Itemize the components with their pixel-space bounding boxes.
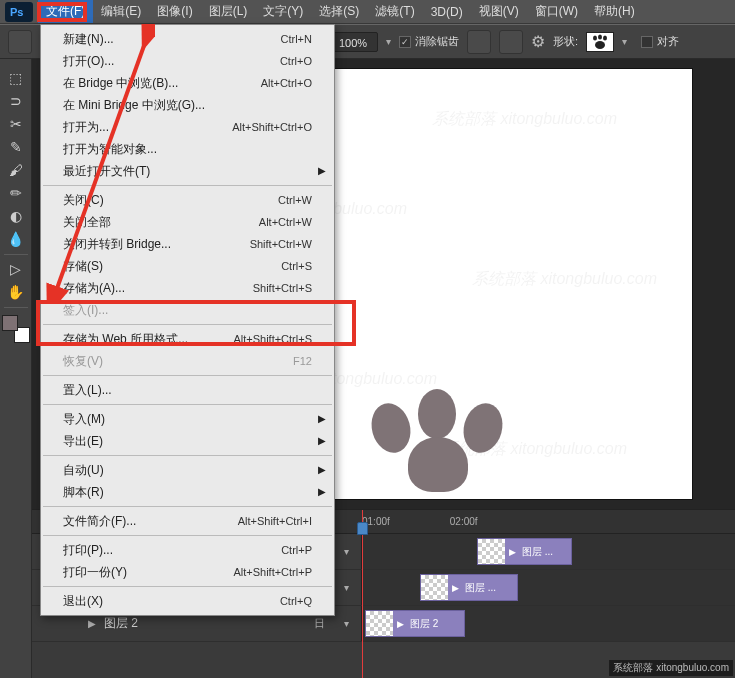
antialias-checkbox[interactable]: ✓消除锯齿: [399, 34, 459, 49]
menu-view[interactable]: 视图(V): [471, 0, 527, 23]
align-btn-2[interactable]: [499, 30, 523, 54]
marquee-tool-icon[interactable]: ⬚: [3, 67, 29, 89]
menu-item-label: 打印(P)...: [63, 541, 113, 559]
menu-separator: [43, 404, 332, 405]
fg-bg-swatch[interactable]: [2, 315, 30, 343]
fx-dropdown-icon[interactable]: ▾: [344, 618, 349, 629]
align-checkbox[interactable]: 对齐: [641, 34, 679, 49]
timeline-track[interactable]: ▶图层 ...: [362, 534, 735, 569]
menu-item[interactable]: 存储为 Web 所用格式...Alt+Shift+Ctrl+S: [41, 328, 334, 350]
clip-label: 图层 2: [404, 617, 438, 631]
submenu-arrow-icon: ▶: [318, 432, 326, 450]
play-icon: ▶: [448, 583, 459, 593]
svg-line-6: [55, 29, 150, 294]
annotation-arrow-icon: [45, 24, 155, 304]
menu-layer[interactable]: 图层(L): [201, 0, 256, 23]
playhead-handle-icon[interactable]: [357, 522, 368, 535]
svg-point-4: [603, 35, 607, 40]
menu-item: 恢复(V)F12: [41, 350, 334, 372]
eyedropper-tool-icon[interactable]: ✎: [3, 136, 29, 158]
svg-text:Ps: Ps: [10, 6, 23, 18]
svg-point-5: [595, 41, 605, 49]
menu-item-shortcut: Ctrl+Q: [280, 592, 312, 610]
menu-separator: [43, 375, 332, 376]
menu-item[interactable]: 脚本(R)▶: [41, 481, 334, 503]
submenu-arrow-icon: ▶: [318, 483, 326, 501]
shape-label: 形状:: [553, 34, 578, 49]
watermark: 系统部落 xitongbuluo.com: [472, 269, 657, 290]
toolbox: ⬚ ⊃ ✂ ✎ 🖌 ✏ ◐ 💧 ▷ ✋: [0, 59, 32, 678]
menu-item-shortcut: Shift+Ctrl+S: [253, 279, 312, 297]
timeline-clip[interactable]: ▶图层 ...: [420, 574, 518, 601]
menubar: Ps 文件(F) 编辑(E) 图像(I) 图层(L) 文字(Y) 选择(S) 滤…: [0, 0, 735, 24]
align-btn[interactable]: [467, 30, 491, 54]
svg-point-2: [593, 35, 597, 40]
gradient-tool-icon[interactable]: ◐: [3, 205, 29, 227]
menu-item-shortcut: Alt+Shift+Ctrl+P: [233, 563, 312, 581]
menu-item[interactable]: 导出(E)▶: [41, 430, 334, 452]
menu-edit[interactable]: 编辑(E): [93, 0, 149, 23]
menu-item-shortcut: Shift+Ctrl+W: [250, 235, 312, 253]
menu-item[interactable]: 打印(P)...Ctrl+P: [41, 539, 334, 561]
hand-tool-icon[interactable]: ✋: [3, 281, 29, 303]
playhead[interactable]: [362, 510, 363, 678]
menu-item[interactable]: 文件简介(F)...Alt+Shift+Ctrl+I: [41, 510, 334, 532]
menu-item[interactable]: 自动(U)▶: [41, 459, 334, 481]
submenu-arrow-icon: ▶: [318, 461, 326, 479]
crop-tool-icon[interactable]: ✂: [3, 113, 29, 135]
menu-item-label: 脚本(R): [63, 483, 104, 501]
menu-item-label: 置入(L)...: [63, 381, 112, 399]
menu-item-label: 导出(E): [63, 432, 103, 450]
timeline-track[interactable]: ▶图层 ...: [362, 570, 735, 605]
menu-item-shortcut: Alt+Shift+Ctrl+S: [233, 330, 312, 348]
zoom-input[interactable]: 100%: [328, 32, 378, 52]
menu-image[interactable]: 图像(I): [149, 0, 200, 23]
gear-icon[interactable]: ⚙: [531, 32, 545, 51]
tool-preset-icon[interactable]: [8, 30, 32, 54]
menu-item-shortcut: Ctrl+S: [281, 257, 312, 275]
menu-help[interactable]: 帮助(H): [586, 0, 643, 23]
timeline-track[interactable]: ▶图层 2: [362, 606, 735, 641]
menu-3d[interactable]: 3D(D): [423, 2, 471, 22]
menu-item-label: 文件简介(F)...: [63, 512, 136, 530]
menu-item[interactable]: 置入(L)...: [41, 379, 334, 401]
disclosure-triangle-icon[interactable]: ▶: [88, 618, 96, 629]
menu-item-label: 打印一份(Y): [63, 563, 127, 581]
menu-separator: [43, 586, 332, 587]
menu-item-label: 退出(X): [63, 592, 103, 610]
shape-preview[interactable]: [586, 32, 614, 52]
menu-separator: [43, 506, 332, 507]
menu-item-shortcut: Alt+Shift+Ctrl+I: [238, 512, 312, 530]
ps-logo-icon: Ps: [5, 2, 33, 22]
menu-type[interactable]: 文字(Y): [255, 0, 311, 23]
brush-tool-icon[interactable]: 🖌: [3, 159, 29, 181]
menu-filter[interactable]: 滤镜(T): [367, 0, 422, 23]
menu-item-shortcut: F12: [293, 352, 312, 370]
timeline-clip[interactable]: ▶图层 ...: [477, 538, 572, 565]
menu-file[interactable]: 文件(F): [38, 0, 93, 23]
fx-dropdown-icon[interactable]: ▾: [344, 582, 349, 593]
fx-dropdown-icon[interactable]: ▾: [344, 546, 349, 557]
menu-item[interactable]: 退出(X)Ctrl+Q: [41, 590, 334, 612]
lasso-tool-icon[interactable]: ⊃: [3, 90, 29, 112]
menu-item-label: 恢复(V): [63, 352, 103, 370]
clip-thumbnail: [478, 539, 505, 564]
menu-item-shortcut: Ctrl+N: [281, 30, 312, 48]
ruler-tick: 02:00f: [450, 516, 478, 527]
menu-item-shortcut: Ctrl+O: [280, 52, 312, 70]
watermark: 系统部落 xitongbuluo.com: [432, 109, 617, 130]
fx-icon[interactable]: 日: [314, 616, 325, 631]
path-tool-icon[interactable]: ▷: [3, 258, 29, 280]
timeline-clip[interactable]: ▶图层 2: [365, 610, 465, 637]
menu-select[interactable]: 选择(S): [311, 0, 367, 23]
menu-item[interactable]: 打印一份(Y)Alt+Shift+Ctrl+P: [41, 561, 334, 583]
brush2-tool-icon[interactable]: ✏: [3, 182, 29, 204]
menu-item-shortcut: Alt+Ctrl+O: [261, 74, 312, 92]
dropdown-icon[interactable]: ▾: [386, 36, 391, 47]
shape-dropdown-icon[interactable]: ▾: [622, 36, 627, 47]
droplet-tool-icon[interactable]: 💧: [3, 228, 29, 250]
layer-name: 图层 2: [104, 615, 138, 632]
menu-window[interactable]: 窗口(W): [527, 0, 586, 23]
menu-item[interactable]: 导入(M)▶: [41, 408, 334, 430]
menu-item-label: 导入(M): [63, 410, 105, 428]
